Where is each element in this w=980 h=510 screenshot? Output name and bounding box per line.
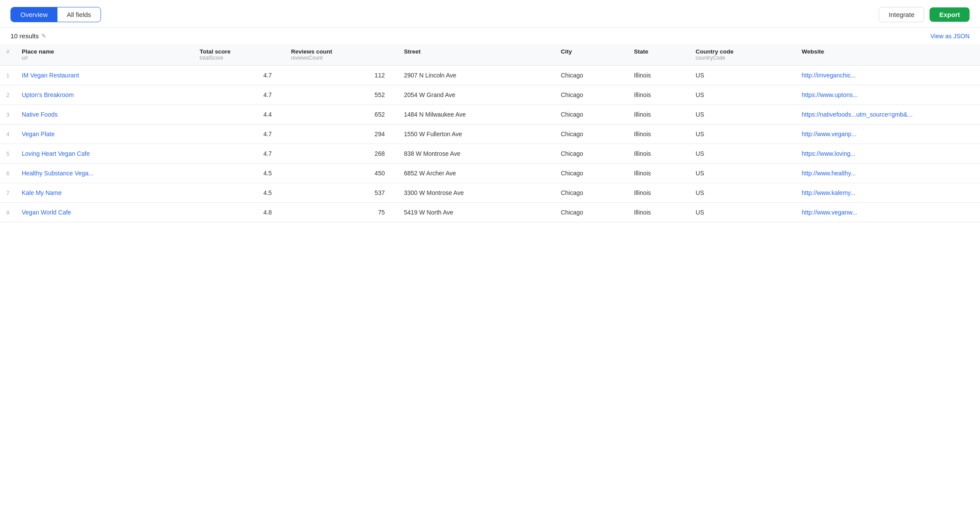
cell-place-name: Upton's Breakroom xyxy=(16,85,194,105)
place-name-link[interactable]: Healthy Substance Vega... xyxy=(22,170,94,177)
cell-city: Chicago xyxy=(555,66,628,85)
cell-row-num: 6 xyxy=(0,164,16,183)
cell-country-code: US xyxy=(690,66,796,85)
cell-place-name: Native Foods xyxy=(16,105,194,124)
cell-row-num: 4 xyxy=(0,124,16,144)
cell-street: 2054 W Grand Ave xyxy=(398,85,555,105)
cell-website[interactable]: https://nativefoods...utm_source=gmb&... xyxy=(795,105,980,124)
place-name-link[interactable]: Vegan World Cafe xyxy=(22,209,71,216)
col-header-place-name: Place nameurl xyxy=(16,44,194,66)
cell-reviews-count: 268 xyxy=(285,144,398,164)
data-table: # Place nameurl Total scoretotalScore Re… xyxy=(0,44,980,222)
cell-reviews-count: 294 xyxy=(285,124,398,144)
cell-state: Illinois xyxy=(628,85,690,105)
website-link[interactable]: http://www.veganp... xyxy=(802,131,856,138)
cell-place-name: Kale My Name xyxy=(16,183,194,203)
cell-website[interactable]: http://www.healthy... xyxy=(795,164,980,183)
cell-street: 1484 N Milwaukee Ave xyxy=(398,105,555,124)
cell-total-score: 4.5 xyxy=(194,164,285,183)
website-link[interactable]: https://www.uptons... xyxy=(802,91,858,98)
results-bar: 10 results ✎ View as JSON xyxy=(0,28,980,44)
col-header-street: Street xyxy=(398,44,555,66)
website-link[interactable]: http://imveganchic... xyxy=(802,72,856,79)
edit-icon[interactable]: ✎ xyxy=(41,33,46,39)
cell-country-code: US xyxy=(690,144,796,164)
cell-row-num: 1 xyxy=(0,66,16,85)
cell-reviews-count: 537 xyxy=(285,183,398,203)
cell-reviews-count: 450 xyxy=(285,164,398,183)
cell-reviews-count: 552 xyxy=(285,85,398,105)
cell-place-name: IM Vegan Restaurant xyxy=(16,66,194,85)
col-header-hash: # xyxy=(0,44,16,66)
table-header-row: # Place nameurl Total scoretotalScore Re… xyxy=(0,44,980,66)
website-link[interactable]: https://www.loving... xyxy=(802,150,856,157)
place-name-link[interactable]: Vegan Plate xyxy=(22,131,55,138)
cell-street: 5419 W North Ave xyxy=(398,203,555,222)
cell-city: Chicago xyxy=(555,183,628,203)
place-name-link[interactable]: IM Vegan Restaurant xyxy=(22,72,79,79)
cell-website[interactable]: http://www.veganw... xyxy=(795,203,980,222)
tab-all-fields[interactable]: All fields xyxy=(57,7,101,22)
website-link[interactable]: http://www.veganw... xyxy=(802,209,857,216)
cell-street: 1550 W Fullerton Ave xyxy=(398,124,555,144)
cell-total-score: 4.7 xyxy=(194,85,285,105)
cell-state: Illinois xyxy=(628,164,690,183)
results-count: 10 results ✎ xyxy=(10,32,46,40)
cell-reviews-count: 112 xyxy=(285,66,398,85)
place-name-link[interactable]: Loving Heart Vegan Cafe xyxy=(22,150,90,157)
cell-row-num: 7 xyxy=(0,183,16,203)
place-name-link[interactable]: Upton's Breakroom xyxy=(22,91,74,98)
cell-city: Chicago xyxy=(555,105,628,124)
cell-total-score: 4.5 xyxy=(194,183,285,203)
cell-country-code: US xyxy=(690,124,796,144)
cell-state: Illinois xyxy=(628,124,690,144)
cell-city: Chicago xyxy=(555,144,628,164)
cell-total-score: 4.7 xyxy=(194,124,285,144)
cell-website[interactable]: https://www.uptons... xyxy=(795,85,980,105)
cell-city: Chicago xyxy=(555,124,628,144)
cell-place-name: Vegan World Cafe xyxy=(16,203,194,222)
tab-group: Overview All fields xyxy=(10,7,101,22)
place-name-link[interactable]: Kale My Name xyxy=(22,189,62,196)
place-name-link[interactable]: Native Foods xyxy=(22,111,57,118)
table-row: 4 Vegan Plate 4.7 294 1550 W Fullerton A… xyxy=(0,124,980,144)
website-link[interactable]: https://nativefoods...utm_source=gmb&... xyxy=(802,111,913,118)
col-header-country-code: Country codecountryCode xyxy=(690,44,796,66)
top-bar: Overview All fields Integrate Export xyxy=(0,0,980,28)
col-header-state: State xyxy=(628,44,690,66)
cell-website[interactable]: http://www.veganp... xyxy=(795,124,980,144)
cell-street: 838 W Montrose Ave xyxy=(398,144,555,164)
cell-country-code: US xyxy=(690,164,796,183)
table-row: 8 Vegan World Cafe 4.8 75 5419 W North A… xyxy=(0,203,980,222)
cell-street: 6852 W Archer Ave xyxy=(398,164,555,183)
cell-row-num: 3 xyxy=(0,105,16,124)
export-button[interactable]: Export xyxy=(930,7,970,22)
view-json-link[interactable]: View as JSON xyxy=(930,33,970,40)
cell-state: Illinois xyxy=(628,203,690,222)
website-link[interactable]: http://www.kalemy... xyxy=(802,189,855,196)
cell-street: 3300 W Montrose Ave xyxy=(398,183,555,203)
top-right-actions: Integrate Export xyxy=(879,7,970,22)
tab-overview[interactable]: Overview xyxy=(11,7,57,22)
table-row: 6 Healthy Substance Vega... 4.5 450 6852… xyxy=(0,164,980,183)
data-table-wrap: # Place nameurl Total scoretotalScore Re… xyxy=(0,44,980,222)
cell-state: Illinois xyxy=(628,105,690,124)
integrate-button[interactable]: Integrate xyxy=(879,7,924,22)
cell-state: Illinois xyxy=(628,183,690,203)
cell-place-name: Vegan Plate xyxy=(16,124,194,144)
results-count-text: 10 results xyxy=(10,32,39,40)
cell-reviews-count: 75 xyxy=(285,203,398,222)
col-header-city: City xyxy=(555,44,628,66)
cell-total-score: 4.4 xyxy=(194,105,285,124)
cell-country-code: US xyxy=(690,105,796,124)
cell-row-num: 5 xyxy=(0,144,16,164)
website-link[interactable]: http://www.healthy... xyxy=(802,170,856,177)
table-row: 5 Loving Heart Vegan Cafe 4.7 268 838 W … xyxy=(0,144,980,164)
cell-city: Chicago xyxy=(555,164,628,183)
cell-website[interactable]: http://imveganchic... xyxy=(795,66,980,85)
cell-website[interactable]: http://www.kalemy... xyxy=(795,183,980,203)
cell-website[interactable]: https://www.loving... xyxy=(795,144,980,164)
col-header-total-score: Total scoretotalScore xyxy=(194,44,285,66)
cell-country-code: US xyxy=(690,203,796,222)
cell-row-num: 2 xyxy=(0,85,16,105)
